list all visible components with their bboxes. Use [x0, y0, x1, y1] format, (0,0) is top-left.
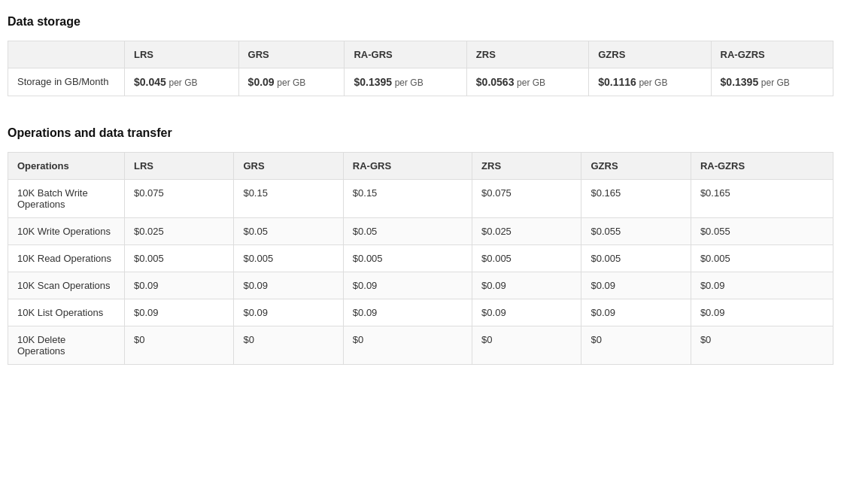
ops-label-0: 10K Batch Write Operations	[8, 180, 125, 218]
ops-grs-2: $0.005	[234, 245, 343, 272]
ops-col-header-2: GRS	[234, 153, 343, 180]
operations-section: Operations and data transfer Operations …	[8, 126, 833, 365]
storage-col-header-0	[8, 41, 125, 68]
storage-label-0: Storage in GB/Month	[8, 68, 125, 96]
storage-zrs-0: $0.0563 per GB	[466, 68, 588, 96]
ops-grs-1: $0.05	[234, 218, 343, 245]
ops-ragzrs-0: $0.165	[691, 180, 833, 218]
storage-gzrs-0: $0.1116 per GB	[589, 68, 711, 96]
storage-col-header-4: ZRS	[466, 41, 588, 68]
ops-lrs-1: $0.025	[125, 218, 234, 245]
ops-gzrs-4: $0.09	[581, 299, 691, 326]
ops-zrs-2: $0.005	[472, 245, 581, 272]
ops-zrs-1: $0.025	[472, 218, 581, 245]
ops-row-3: 10K Scan Operations $0.09 $0.09 $0.09 $0…	[8, 272, 833, 299]
storage-col-header-3: RA-GRS	[345, 41, 466, 68]
ops-gzrs-1: $0.055	[581, 218, 691, 245]
ops-row-5: 10K Delete Operations $0 $0 $0 $0 $0 $0	[8, 326, 833, 365]
operations-title: Operations and data transfer	[8, 126, 833, 140]
ops-lrs-5: $0	[125, 326, 234, 365]
ops-grs-4: $0.09	[234, 299, 343, 326]
ops-lrs-2: $0.005	[125, 245, 234, 272]
ops-zrs-3: $0.09	[472, 272, 581, 299]
ops-zrs-5: $0	[472, 326, 581, 365]
storage-header-row: LRS GRS RA-GRS ZRS GZRS RA-GZRS	[8, 41, 833, 68]
ops-label-4: 10K List Operations	[8, 299, 125, 326]
ops-ragzrs-4: $0.09	[691, 299, 833, 326]
data-storage-table: LRS GRS RA-GRS ZRS GZRS RA-GZRS Storage …	[8, 41, 833, 96]
data-storage-title: Data storage	[8, 15, 833, 29]
ops-col-header-4: ZRS	[472, 153, 581, 180]
ops-label-2: 10K Read Operations	[8, 245, 125, 272]
ops-ragrs-0: $0.15	[343, 180, 472, 218]
ops-ragrs-3: $0.09	[343, 272, 472, 299]
ops-lrs-4: $0.09	[125, 299, 234, 326]
ops-row-2: 10K Read Operations $0.005 $0.005 $0.005…	[8, 245, 833, 272]
storage-col-header-2: GRS	[238, 41, 345, 68]
ops-zrs-0: $0.075	[472, 180, 581, 218]
storage-grs-0: $0.09 per GB	[238, 68, 345, 96]
ops-gzrs-5: $0	[581, 326, 691, 365]
storage-ragrs-0: $0.1395 per GB	[345, 68, 466, 96]
ops-ragrs-4: $0.09	[343, 299, 472, 326]
ops-row-0: 10K Batch Write Operations $0.075 $0.15 …	[8, 180, 833, 218]
ops-grs-3: $0.09	[234, 272, 343, 299]
ops-ragrs-1: $0.05	[343, 218, 472, 245]
ops-col-header-5: GZRS	[581, 153, 691, 180]
ops-col-header-1: LRS	[125, 153, 234, 180]
ops-row-1: 10K Write Operations $0.025 $0.05 $0.05 …	[8, 218, 833, 245]
ops-ragzrs-5: $0	[691, 326, 833, 365]
ops-gzrs-2: $0.005	[581, 245, 691, 272]
storage-col-header-5: GZRS	[589, 41, 711, 68]
ops-col-header-0: Operations	[8, 153, 125, 180]
ops-ragzrs-1: $0.055	[691, 218, 833, 245]
data-storage-section: Data storage LRS GRS RA-GRS ZRS GZRS RA-…	[8, 15, 833, 96]
operations-table: Operations LRS GRS RA-GRS ZRS GZRS RA-GZ…	[8, 152, 833, 365]
storage-ragzrs-0: $0.1395 per GB	[711, 68, 833, 96]
ops-label-5: 10K Delete Operations	[8, 326, 125, 365]
storage-lrs-0: $0.045 per GB	[125, 68, 239, 96]
ops-ragrs-2: $0.005	[343, 245, 472, 272]
ops-grs-5: $0	[234, 326, 343, 365]
ops-lrs-3: $0.09	[125, 272, 234, 299]
ops-row-4: 10K List Operations $0.09 $0.09 $0.09 $0…	[8, 299, 833, 326]
ops-grs-0: $0.15	[234, 180, 343, 218]
ops-header-row: Operations LRS GRS RA-GRS ZRS GZRS RA-GZ…	[8, 153, 833, 180]
ops-label-1: 10K Write Operations	[8, 218, 125, 245]
storage-col-header-6: RA-GZRS	[711, 41, 833, 68]
storage-row-0: Storage in GB/Month $0.045 per GB $0.09 …	[8, 68, 833, 96]
ops-ragrs-5: $0	[343, 326, 472, 365]
ops-col-header-3: RA-GRS	[343, 153, 472, 180]
storage-col-header-1: LRS	[125, 41, 239, 68]
ops-col-header-6: RA-GZRS	[691, 153, 833, 180]
ops-lrs-0: $0.075	[125, 180, 234, 218]
ops-zrs-4: $0.09	[472, 299, 581, 326]
ops-gzrs-0: $0.165	[581, 180, 691, 218]
ops-gzrs-3: $0.09	[581, 272, 691, 299]
ops-label-3: 10K Scan Operations	[8, 272, 125, 299]
ops-ragzrs-3: $0.09	[691, 272, 833, 299]
ops-ragzrs-2: $0.005	[691, 245, 833, 272]
